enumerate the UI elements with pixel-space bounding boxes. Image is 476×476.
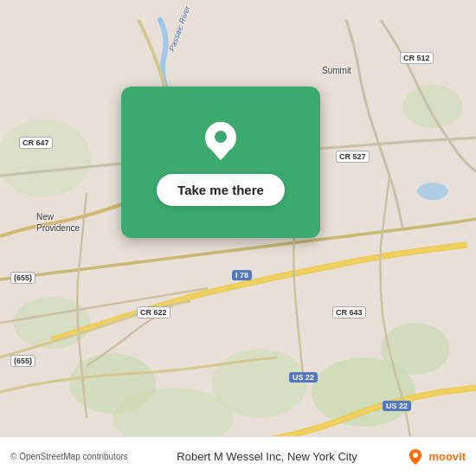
moovit-text: moovit <box>428 450 466 463</box>
take-me-there-button[interactable]: Take me there <box>157 174 285 206</box>
map-container: CR 647 CR 527 CR 622 CR 643 CR 512 I 78 … <box>0 0 476 476</box>
bottom-bar: © OpenStreetMap contributors Robert M We… <box>0 436 476 476</box>
location-card: Take me there <box>121 87 320 238</box>
road-label-cr527: CR 527 <box>336 151 370 163</box>
svg-point-9 <box>417 183 448 200</box>
svg-point-2 <box>381 323 450 375</box>
moovit-pin-icon <box>406 447 425 466</box>
place-label-summit: Summit <box>322 66 351 75</box>
svg-point-12 <box>413 453 418 458</box>
road-label-cr512: CR 512 <box>400 52 434 64</box>
road-label-655a: (655) <box>10 272 35 284</box>
location-pin-icon <box>198 119 243 164</box>
road-label-cr647: CR 647 <box>19 137 53 149</box>
road-label-us22b: US 22 <box>383 401 411 411</box>
moovit-logo: moovit <box>406 447 466 466</box>
road-label-cr622: CR 622 <box>137 306 170 318</box>
place-label-new-providence: NewProvidence <box>36 211 80 234</box>
svg-point-11 <box>215 131 227 143</box>
road-label-cr643: CR 643 <box>332 306 366 318</box>
location-title: Robert M Wessel Inc, New York City <box>128 450 407 463</box>
map-attribution: © OpenStreetMap contributors <box>10 452 128 461</box>
road-label-655b: (655) <box>10 355 35 367</box>
svg-point-7 <box>402 85 463 128</box>
road-label-i78: I 78 <box>232 270 252 280</box>
road-label-us22a: US 22 <box>289 372 318 383</box>
svg-point-8 <box>0 119 91 197</box>
